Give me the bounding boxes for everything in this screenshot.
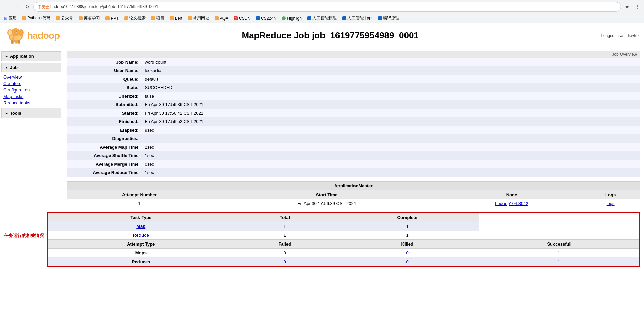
reduce-total: 1: [234, 231, 336, 240]
bookmark-apps[interactable]: ⊞ 应用: [3, 15, 18, 22]
table-row: Reduces 0 0 1: [48, 257, 639, 266]
table-row: State: SUCCEEDED: [67, 83, 640, 92]
finished-value: Fri Apr 30 17:56:52 CST 2021: [142, 117, 640, 126]
bookmark-csdn[interactable]: C CSDN: [232, 15, 252, 21]
bookmark-ai-principle[interactable]: 人工智能原理: [306, 15, 338, 22]
map-complete: 1: [336, 222, 479, 231]
attempt-type-header: Attempt Type: [48, 240, 234, 249]
application-arrow-icon: ►: [5, 54, 9, 58]
avg-reduce-time-label: Average Reduce Time: [67, 168, 142, 177]
avg-merge-time-label: Average Merge Time: [67, 160, 142, 168]
map-type: Map: [48, 222, 234, 231]
bookmark-vqa[interactable]: VQA: [213, 15, 230, 21]
finished-label: Finished:: [67, 117, 142, 126]
am-logs-link[interactable]: logs: [607, 201, 615, 206]
table-row: Maps 0 0 1: [48, 249, 639, 257]
bookmark-project[interactable]: 项目: [150, 15, 166, 22]
user-name-label: User Name:: [67, 66, 142, 75]
job-arrow-icon: ▼: [5, 66, 9, 69]
started-label: Started:: [67, 109, 142, 117]
reduce-complete: 1: [336, 231, 479, 240]
killed-header: Killed: [336, 240, 479, 249]
browser-chrome: ← → ↻ 不安全 hadoop102:19888/jobhistory/job…: [0, 0, 644, 23]
uberized-label: Uberized:: [67, 92, 142, 100]
bookmark-compiler[interactable]: 编译原理: [377, 15, 401, 22]
job-name-label: Job Name:: [67, 58, 142, 66]
map-link[interactable]: Map: [136, 224, 145, 229]
am-node-link[interactable]: hadoop104:8042: [495, 201, 528, 206]
hadoop-text: hadoop: [27, 30, 60, 41]
security-warning: 不安全: [38, 4, 49, 10]
bookmark-python[interactable]: Python+代码: [21, 15, 52, 22]
table-row: Average Map Time 2sec: [67, 143, 640, 151]
sidebar-link-map-tasks[interactable]: Map tasks: [3, 93, 59, 100]
svg-point-5: [8, 30, 12, 36]
bookmark-english[interactable]: 英语学习: [77, 15, 101, 22]
bookmark-cs224n[interactable]: CS224N: [254, 15, 278, 21]
table-row: Started: Fri Apr 30 17:56:42 CST 2021: [67, 109, 640, 117]
reload-button[interactable]: ↻: [23, 3, 31, 11]
table-row: User Name: leokadia: [67, 66, 640, 75]
maps-killed-link[interactable]: 0: [406, 250, 409, 255]
bookmark-common-url[interactable]: 常用网址: [186, 15, 211, 22]
hadoop-logo: hadoop: [5, 26, 60, 45]
table-row: Finished: Fri Apr 30 17:56:52 CST 2021: [67, 117, 640, 126]
sidebar-section-tools: ► Tools: [0, 108, 63, 118]
reduces-successful: 1: [479, 257, 639, 266]
application-section-header[interactable]: ► Application: [1, 51, 61, 61]
task-summary-table: Task Type Total Complete Map 1 1 Reduce …: [48, 213, 639, 266]
am-header-attempt: Attempt Number: [67, 190, 212, 199]
table-row: Map 1 1: [48, 222, 639, 231]
sidebar-link-configuration[interactable]: Configuration: [3, 87, 59, 93]
table-row: Submitted: Fri Apr 30 17:56:36 CST 2021: [67, 100, 640, 109]
am-header-node: Node: [442, 190, 581, 199]
back-button[interactable]: ←: [3, 3, 11, 11]
job-label: Job: [10, 65, 18, 70]
svg-point-4: [19, 29, 24, 36]
reduces-successful-link[interactable]: 1: [558, 259, 560, 264]
bookmark-highlight[interactable]: Highligh: [280, 15, 303, 21]
table-row: Elapsed: 9sec: [67, 126, 640, 134]
forward-button[interactable]: →: [13, 3, 21, 11]
application-label: Application: [10, 54, 34, 59]
page-header: hadoop MapReduce Job job_1619775954989_0…: [0, 23, 644, 48]
sidebar-section-job: ▼ Job Overview Counters Configuration Ma…: [0, 63, 63, 107]
browser-toolbar: ← → ↻ 不安全 hadoop102:19888/jobhistory/job…: [0, 0, 644, 14]
elephant-icon: [5, 26, 26, 45]
menu-button[interactable]: ⋮: [633, 3, 641, 11]
sidebar-link-counters[interactable]: Counters: [3, 80, 59, 87]
svg-point-7: [16, 31, 17, 32]
bookmark-bert[interactable]: Bert: [168, 15, 184, 21]
reduces-killed: 0: [336, 257, 479, 266]
task-type-header: Task Type: [48, 213, 234, 222]
sidebar-link-reduce-tasks[interactable]: Reduce tasks: [3, 100, 59, 106]
address-bar[interactable]: 不安全 hadoop102:19888/jobhistory/job/job_1…: [33, 2, 621, 12]
am-logs: logs: [581, 199, 640, 208]
bookmark-gongzhonghao[interactable]: 公众号: [54, 15, 75, 22]
reduces-failed-link[interactable]: 0: [284, 259, 286, 264]
avg-map-time-value: 2sec: [142, 143, 640, 151]
diagnostics-value: [142, 134, 640, 143]
maps-successful-link[interactable]: 1: [558, 250, 560, 255]
job-name-value: word count: [142, 58, 640, 66]
state-value: SUCCEEDED: [142, 83, 640, 92]
reduce-link[interactable]: Reduce: [133, 233, 149, 238]
bookmark-ai-ppt[interactable]: 人工智能 | ppt: [341, 15, 374, 22]
reduces-killed-link[interactable]: 0: [406, 259, 409, 264]
table-row: Job Name: word count: [67, 58, 640, 66]
bookmark-lunwen[interactable]: 论文检索: [123, 15, 147, 22]
tools-label: Tools: [10, 111, 21, 116]
bookmark-button[interactable]: ★: [623, 3, 631, 11]
tools-section-header[interactable]: ► Tools: [1, 108, 61, 118]
sidebar-link-overview[interactable]: Overview: [3, 74, 59, 80]
diagnostics-label: Diagnostics:: [67, 134, 142, 143]
failed-header: Failed: [234, 240, 336, 249]
avg-merge-time-value: 0sec: [142, 160, 640, 168]
job-links: Overview Counters Configuration Map task…: [0, 73, 63, 107]
job-section-header[interactable]: ▼ Job: [1, 63, 61, 72]
bookmark-ppt[interactable]: PPT: [104, 15, 120, 21]
am-attempt-number: 1: [67, 199, 212, 208]
maps-failed-link[interactable]: 0: [284, 250, 286, 255]
avg-shuffle-time-value: 1sec: [142, 151, 640, 160]
submitted-label: Submitted:: [67, 100, 142, 109]
